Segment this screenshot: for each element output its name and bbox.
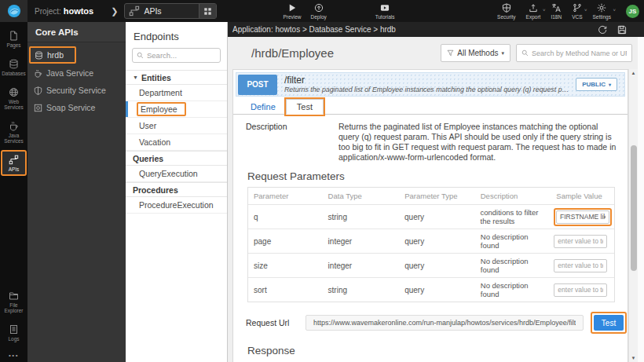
vcs-icon <box>573 3 582 13</box>
sidebar-item-databases[interactable]: Databases <box>1 54 27 80</box>
core-apis-panel: Core APIs hrdbJava ServiceSecurity Servi… <box>27 22 126 362</box>
project-name: Project: howtos <box>35 6 93 16</box>
main-scrollbar[interactable]: ▲ ▼ <box>628 69 638 362</box>
sample-value-input-q[interactable] <box>556 210 609 224</box>
endpoints-search <box>132 48 221 63</box>
endpoint-item-department[interactable]: Department <box>126 85 227 101</box>
sample-value-input-page[interactable] <box>554 235 607 248</box>
sidebar-item-label: Java Services <box>2 133 25 144</box>
file-explorer-icon <box>9 291 19 301</box>
endpoints-group-label: Entities <box>141 73 171 82</box>
java-services-icon <box>9 121 19 131</box>
table-row: sortstringqueryNo description found <box>248 278 614 302</box>
service-item-soap-service[interactable]: Soap Service <box>27 99 126 116</box>
access-dropdown[interactable]: PUBLIC ▾ <box>576 78 617 91</box>
export-button[interactable]: Export ˅ <box>526 3 541 20</box>
sample-value-input-sort[interactable] <box>554 283 607 297</box>
security-button[interactable]: Security <box>497 3 515 20</box>
request-url-label: Request Url <box>246 318 306 327</box>
save-icon[interactable] <box>617 25 627 35</box>
database-icon <box>35 51 43 60</box>
sidebar-item-pages[interactable]: Pages <box>1 26 27 52</box>
param-description: conditions to filter the results <box>475 205 551 229</box>
endpoint-item-label: Employee <box>137 102 186 116</box>
overflow-menu-button[interactable]: ••• <box>9 352 19 359</box>
sidebar-item-label: File Explorer <box>2 302 25 313</box>
refresh-icon[interactable] <box>598 25 607 35</box>
scroll-down-icon[interactable]: ▼ <box>629 354 638 362</box>
logs-icon <box>9 324 19 335</box>
grid-menu-button[interactable] <box>199 4 216 18</box>
sidebar-item-apis[interactable]: APIs <box>1 150 27 176</box>
tutorials-icon <box>380 3 390 13</box>
activity-bar-top: PagesDatabasesWeb ServicesJava ServicesA… <box>1 26 27 178</box>
settings-button[interactable]: Settings ˅ <box>593 3 612 20</box>
endpoint-item-queryexecution[interactable]: QueryExecution <box>126 166 227 182</box>
vcs-button[interactable]: VCS ˅ <box>572 3 582 20</box>
endpoints-group-entities[interactable]: ▼Entities <box>126 70 227 85</box>
service-item-security-service[interactable]: Security Service <box>27 82 126 99</box>
tab-apis[interactable]: APIs <box>124 3 217 19</box>
sidebar-item-label: Databases <box>2 71 26 76</box>
preview-button[interactable]: Preview <box>283 3 301 20</box>
endpoint-item-user[interactable]: User <box>126 118 227 134</box>
endpoint-item-procedureexecution[interactable]: ProcedureExecution <box>126 197 227 214</box>
endpoints-group-queries[interactable]: Queries <box>126 151 227 166</box>
column-header-sample-value: Sample Value <box>551 188 614 204</box>
table-header-row: ParameterData TypeParameter TypeDescript… <box>248 188 614 205</box>
chevron-down-icon: ˅ <box>613 8 616 13</box>
wavemaker-logo[interactable] <box>0 0 27 22</box>
grid-icon <box>203 7 212 16</box>
breadcrumb-bar: Application: howtos > Database Service >… <box>228 22 644 37</box>
funnel-icon <box>447 49 454 57</box>
tab-define[interactable]: Define <box>240 100 286 114</box>
param-name: sort <box>248 283 323 298</box>
shield-icon <box>34 86 42 95</box>
main-scrollbar-thumb[interactable] <box>631 145 637 271</box>
sidebar-item-logs[interactable]: Logs <box>1 320 27 346</box>
param-data-type: integer <box>323 258 400 273</box>
operation-info: /filter Returns the paginated list of Em… <box>277 75 570 94</box>
pages-icon <box>9 31 19 41</box>
param-type: query <box>399 283 475 298</box>
response-heading: Response <box>233 334 628 362</box>
activity-bar: PagesDatabasesWeb ServicesJava ServicesA… <box>0 22 27 362</box>
tutorials-button[interactable]: Tutorials <box>375 3 395 20</box>
sidebar-item-java-services[interactable]: Java Services <box>1 116 27 148</box>
operation-row[interactable]: POST /filter Returns the paginated list … <box>236 72 625 97</box>
right-gutter <box>638 37 644 362</box>
param-data-type: string <box>323 283 400 298</box>
tab-apis-label: APIs <box>144 6 199 16</box>
settings-label: Settings <box>593 14 612 20</box>
method-search-input[interactable] <box>532 49 627 57</box>
service-item-hrdb[interactable]: hrdb <box>29 46 76 64</box>
endpoints-group-procedures[interactable]: Procedures <box>126 182 227 197</box>
methods-filter-dropdown[interactable]: All Methods ▾ <box>441 44 510 62</box>
endpoints-panel: Endpoints ▼EntitiesDepartmentEmployeeUse… <box>126 22 228 362</box>
param-type: query <box>399 210 475 225</box>
user-avatar[interactable]: JS <box>626 5 639 18</box>
deploy-button[interactable]: Deploy <box>311 3 327 20</box>
sidebar-item-file-explorer[interactable]: File Explorer <box>1 286 27 317</box>
operation-path: /filter <box>284 75 570 86</box>
project-name-value: howtos <box>64 6 94 16</box>
test-button[interactable]: Test <box>594 315 624 331</box>
tab-test[interactable]: Test <box>286 99 324 115</box>
description-text: Returns the paginated list of Employee i… <box>338 122 620 163</box>
endpoints-group-label: Procedures <box>133 185 178 195</box>
endpoints-search-input[interactable] <box>147 51 216 60</box>
i18n-button[interactable]: I18N <box>551 3 562 20</box>
sidebar-item-web-services[interactable]: Web Services <box>1 82 27 114</box>
chevron-down-icon: ▼ <box>133 75 138 80</box>
post-method-badge: POST <box>238 75 277 95</box>
endpoint-item-employee[interactable]: Employee <box>126 101 227 118</box>
scroll-up-icon[interactable]: ▲ <box>629 69 638 77</box>
project-label: Project: <box>35 7 61 16</box>
request-url-input[interactable] <box>306 315 584 331</box>
service-item-java-service[interactable]: Java Service <box>27 64 126 82</box>
request-parameters-heading: Request Parameters <box>233 163 628 187</box>
api-icon <box>129 5 140 16</box>
endpoint-item-vacation[interactable]: Vacation <box>126 134 227 151</box>
sample-value-input-size[interactable] <box>554 259 607 272</box>
column-header-data-type: Data Type <box>323 188 400 204</box>
